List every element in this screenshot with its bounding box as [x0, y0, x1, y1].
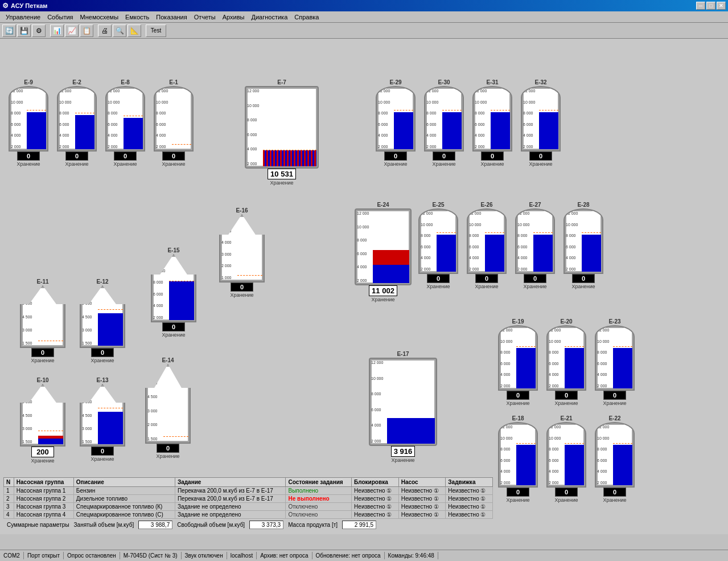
- close-button[interactable]: ✕: [717, 2, 726, 10]
- pump-row-0[interactable]: 1Насосная группа 1БензинПерекачка 200,0 …: [4, 487, 493, 495]
- pump-row-3[interactable]: 4Насосная группа 4Спецмаркированное топл…: [4, 511, 493, 519]
- tank-E-31[interactable]: E-3112 00010 0008 0006 0004 0002 0000Хра…: [472, 79, 512, 167]
- toolbar-btn-3[interactable]: ⚙: [32, 24, 46, 37]
- summary-field-value: 3 373,3: [249, 521, 283, 529]
- tank-type-E-26: Хранение: [475, 284, 499, 289]
- pump-row-1[interactable]: 2Насосная группа 2Дизельное топливоПерек…: [4, 495, 493, 503]
- tank-E-16[interactable]: E-168 0005 0004 0003 0002 0001 0000Хране…: [219, 207, 265, 298]
- menu-emkost[interactable]: Емкость: [122, 13, 153, 22]
- menu-arkhivy[interactable]: Архивы: [219, 13, 248, 22]
- tank-E-28[interactable]: E-2812 00010 0008 0006 0004 0002 0000Хра…: [564, 201, 603, 289]
- tank-E-15[interactable]: E-1512 00010 0008 0006 0004 0002 0000Хра…: [151, 247, 196, 338]
- tank-E-7[interactable]: E-712 00010 0008 0006 0004 0002 00010 53…: [245, 79, 319, 186]
- toolbar-btn-1[interactable]: 🔄: [2, 24, 16, 37]
- tank-type-E-1: Хранение: [162, 161, 186, 167]
- toolbar-btn-test[interactable]: Test: [146, 24, 166, 37]
- tank-value-E-10: 200: [31, 447, 54, 457]
- tank-E-1[interactable]: E-112 00010 0008 0006 0004 0002 0000Хран…: [154, 79, 194, 167]
- tank-id-E-21: E-21: [560, 415, 572, 421]
- tank-value-E-29: 0: [384, 151, 407, 161]
- title-bar: ⚙ АСУ Петкам ─ □ ✕: [0, 0, 728, 11]
- tank-type-E-7: Хранение: [270, 180, 294, 186]
- tank-value-E-14: 0: [157, 444, 179, 453]
- toolbar-btn-4[interactable]: 📊: [50, 24, 64, 37]
- tank-E-25[interactable]: E-2512 00010 0008 0006 0004 0002 0000Хра…: [418, 201, 458, 289]
- summary-field-value: 2 991,5: [342, 521, 376, 529]
- tank-E-19[interactable]: E-1912 00010 0008 0006 0004 0002 0000Хра…: [498, 318, 538, 406]
- pump-table: NНасосная группаОписаниеЗаданиеСостояние…: [3, 477, 493, 519]
- tank-type-E-32: Хранение: [529, 161, 553, 167]
- tank-container-E-28: 12 00010 0008 0006 0004 0002 000: [564, 208, 603, 274]
- tank-value-E-9: 0: [17, 151, 40, 161]
- tank-type-E-17: Хранение: [392, 457, 415, 463]
- tank-id-E-11: E-11: [36, 279, 48, 285]
- tank-value-E-24: 11 002: [369, 285, 397, 296]
- tank-value-E-31: 0: [481, 151, 504, 161]
- status-cell: localhost: [227, 552, 257, 559]
- tank-value-E-32: 0: [529, 151, 552, 161]
- status-cell: Архив: нет опроса: [257, 552, 312, 559]
- tank-value-E-7: 10 531: [268, 169, 296, 179]
- bottom-section: NНасосная группаОписаниеЗаданиеСостояние…: [3, 477, 725, 531]
- menu-sobytiya[interactable]: События: [44, 13, 76, 22]
- tank-type-E-23: Хранение: [603, 400, 627, 406]
- toolbar-btn-9[interactable]: 📐: [127, 24, 141, 37]
- tank-type-E-15: Хранение: [162, 332, 186, 338]
- menu-upravlenie[interactable]: Управление: [2, 13, 44, 22]
- window-controls[interactable]: ─ □ ✕: [696, 2, 726, 10]
- menu-mnemoskhemy[interactable]: Мнемосхемы: [77, 13, 122, 22]
- tank-type-E-25: Хранение: [427, 284, 450, 289]
- tank-E-12[interactable]: E-127 5006 0004 5003 0001 5000Хранение: [80, 278, 125, 363]
- tank-id-E-2: E-2: [72, 79, 81, 85]
- tank-value-E-17: 3 916: [391, 446, 416, 457]
- tank-E-27[interactable]: E-2712 00010 0008 0006 0004 0002 0000Хра…: [515, 201, 555, 289]
- pump-row-2[interactable]: 3Насосная группа 3Спецмаркированное топл…: [4, 503, 493, 511]
- status-cell: Звук отключен: [182, 552, 227, 559]
- tank-type-E-12: Хранение: [91, 358, 114, 363]
- tank-id-E-7: E-7: [277, 79, 286, 85]
- toolbar-btn-2[interactable]: 💾: [17, 24, 31, 37]
- tank-E-24[interactable]: E-2412 00010 0008 0006 0004 0002 00011 0…: [355, 201, 412, 302]
- menu-pokazaniya[interactable]: Показания: [153, 13, 190, 22]
- tank-E-8[interactable]: E-812 00010 0008 0006 0004 0002 0000Хран…: [105, 79, 145, 167]
- tank-container-E-7: 12 00010 0008 0006 0004 0002 000: [245, 86, 319, 169]
- tank-id-E-8: E-8: [121, 79, 130, 85]
- menu-otchety[interactable]: Отчеты: [191, 13, 219, 22]
- toolbar-btn-8[interactable]: 🔍: [113, 24, 126, 37]
- tank-container-E-11: 7 5006 0004 5003 0001 500: [20, 285, 65, 348]
- tank-E-26[interactable]: E-2612 00010 0008 0006 0004 0002 0000Хра…: [467, 201, 507, 289]
- tank-type-E-27: Хранение: [524, 284, 547, 289]
- tank-E-23[interactable]: E-2312 00010 0008 0006 0004 0002 0000Хра…: [595, 318, 635, 406]
- status-cell: Обновление: нет опроса: [312, 552, 385, 559]
- tank-id-E-9: E-9: [24, 79, 33, 85]
- tank-value-E-2: 0: [65, 151, 88, 161]
- tank-container-E-25: 12 00010 0008 0006 0004 0002 000: [418, 208, 458, 274]
- tank-id-E-10: E-10: [36, 377, 48, 383]
- tank-id-E-12: E-12: [96, 279, 108, 285]
- tank-value-E-12: 0: [91, 348, 114, 357]
- tank-E-20[interactable]: E-2012 00010 0008 0006 0004 0002 0000Хра…: [546, 318, 586, 406]
- tank-E-10[interactable]: E-107 5006 0004 5003 0001 500200Хранение: [20, 376, 65, 464]
- minimize-button[interactable]: ─: [696, 2, 705, 10]
- toolbar-btn-7[interactable]: 🖨: [98, 24, 112, 37]
- tank-E-32[interactable]: E-3212 00010 0008 0006 0004 0002 0000Хра…: [521, 79, 561, 167]
- tank-type-E-24: Хранение: [372, 297, 395, 302]
- maximize-button[interactable]: □: [706, 2, 715, 10]
- tank-E-9[interactable]: E-912 00010 0008 0006 0004 0002 0000Хран…: [9, 79, 48, 167]
- tank-value-E-27: 0: [524, 274, 546, 283]
- tank-id-E-18: E-18: [512, 415, 524, 421]
- menu-spravka[interactable]: Справка: [291, 13, 322, 22]
- tank-E-11[interactable]: E-117 5006 0004 5003 0001 5000Хранение: [20, 278, 65, 363]
- tank-E-14[interactable]: E-147 5006 0004 5003 0002 0001 5000Хране…: [145, 357, 191, 459]
- tank-type-E-20: Хранение: [555, 400, 578, 406]
- tank-value-E-30: 0: [433, 151, 455, 161]
- tank-E-30[interactable]: E-3012 00010 0008 0006 0004 0002 0000Хра…: [424, 79, 464, 167]
- tank-E-29[interactable]: E-2912 00010 0008 0006 0004 0002 0000Хра…: [376, 79, 416, 167]
- tank-E-17[interactable]: E-1712 00010 0008 0006 0004 0002 0003 91…: [369, 350, 437, 463]
- menu-diagnostika[interactable]: Диагностика: [248, 13, 291, 22]
- toolbar-btn-6[interactable]: 📋: [80, 24, 93, 37]
- tank-E-13[interactable]: E-137 5006 0004 5003 0001 5000Хранение: [80, 376, 125, 462]
- tank-E-2[interactable]: E-212 00010 0008 0006 0004 0002 0000Хран…: [57, 79, 97, 167]
- tank-container-E-15: 12 00010 0008 0006 0004 0002 000: [151, 254, 196, 322]
- toolbar-btn-5[interactable]: 📈: [65, 24, 79, 37]
